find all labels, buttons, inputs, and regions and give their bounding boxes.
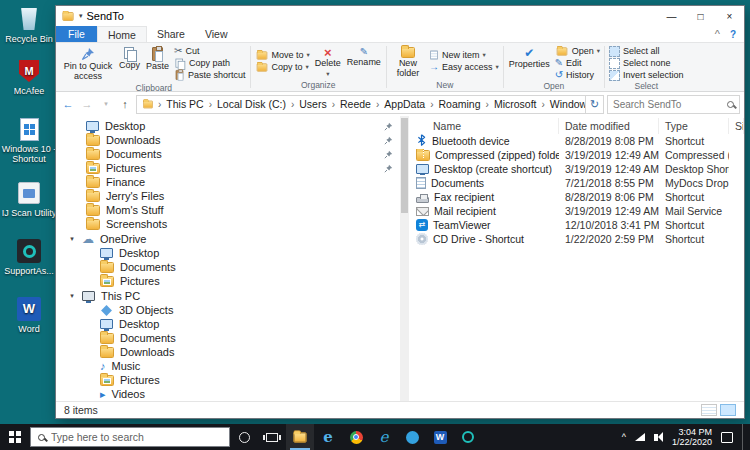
- nav-item-3d-objects[interactable]: 3D Objects: [56, 303, 400, 317]
- breadcrumb-item[interactable]: Microsoft: [492, 98, 539, 110]
- desktop-icon-mcafee[interactable]: M McAfee: [1, 58, 57, 96]
- column-header-size[interactable]: Size: [729, 118, 744, 134]
- breadcrumb-item[interactable]: Reede: [338, 98, 373, 110]
- start-button[interactable]: [0, 424, 30, 450]
- taskbar-search[interactable]: [30, 427, 230, 447]
- column-header-date-modified[interactable]: Date modified: [559, 118, 659, 134]
- file-row[interactable]: Compressed (zipped) folder 3/19/2019 12:…: [409, 148, 744, 162]
- recent-locations-icon[interactable]: ▾: [98, 95, 114, 113]
- properties-button[interactable]: ✔ Properties: [506, 45, 553, 72]
- help-icon[interactable]: ?: [730, 29, 736, 40]
- nav-item-jerrys-files[interactable]: Jerry's Files: [56, 189, 400, 203]
- breadcrumb-item[interactable]: AppData: [382, 98, 427, 110]
- maximize-button[interactable]: □: [686, 6, 715, 26]
- copy-path-button[interactable]: Copy path: [172, 57, 248, 69]
- nav-item-finance[interactable]: Finance: [56, 175, 400, 189]
- back-button[interactable]: ←: [60, 95, 76, 113]
- up-button[interactable]: ↑: [117, 95, 133, 113]
- action-center-icon[interactable]: [721, 432, 733, 443]
- taskbar-clock[interactable]: 3:04 PM 1/22/2020: [672, 427, 712, 448]
- taskbar-app-button[interactable]: [398, 424, 426, 450]
- history-button[interactable]: ↺History: [553, 69, 602, 81]
- details-view-toggle-icon[interactable]: [701, 404, 717, 416]
- breadcrumb-separator[interactable]: ›: [429, 99, 434, 110]
- nav-section-this-pc[interactable]: ▾This PC: [56, 289, 400, 303]
- breadcrumb-separator[interactable]: ›: [331, 99, 336, 110]
- select-none-button[interactable]: Select none: [607, 57, 686, 69]
- select-all-button[interactable]: Select all: [607, 45, 686, 57]
- nav-item-desktop[interactable]: Desktop: [56, 119, 400, 133]
- thumbnails-view-toggle-icon[interactable]: [720, 404, 736, 416]
- new-folder-button[interactable]: New folder: [389, 45, 427, 80]
- nav-item-onedrive-desktop[interactable]: Desktop: [56, 246, 400, 260]
- taskbar-word-button[interactable]: W: [426, 424, 454, 450]
- file-row[interactable]: ⇄TeamViewer 12/10/2018 3:41 PM Shortcut: [409, 218, 744, 232]
- explorer-search-box[interactable]: [607, 95, 740, 114]
- nav-item-pictures[interactable]: Pictures: [56, 161, 400, 175]
- new-item-button[interactable]: New item▾: [427, 49, 501, 61]
- file-row[interactable]: Fax recipient 8/28/2019 8:06 PM Shortcut: [409, 190, 744, 204]
- nav-item-pc-videos[interactable]: ▸Videos: [56, 387, 400, 401]
- forward-button[interactable]: →: [79, 95, 95, 113]
- nav-item-pc-music[interactable]: ♪Music: [56, 359, 400, 373]
- title-bar[interactable]: ▾ SendTo — □ ×: [56, 6, 744, 26]
- paste-shortcut-button[interactable]: Paste shortcut: [172, 69, 248, 81]
- taskbar-cortana-button[interactable]: [230, 424, 258, 450]
- nav-item-pc-downloads[interactable]: Downloads: [56, 345, 400, 359]
- nav-item-documents[interactable]: Documents: [56, 147, 400, 161]
- refresh-icon[interactable]: ↻: [586, 95, 604, 114]
- chevron-expanded-icon[interactable]: ▾: [68, 292, 76, 300]
- nav-item-onedrive-pictures[interactable]: Pictures: [56, 274, 400, 288]
- desktop-icon-supportassist[interactable]: SupportAs...: [1, 238, 57, 276]
- breadcrumb-item[interactable]: This PC: [164, 98, 205, 110]
- cut-button[interactable]: ✂Cut: [172, 45, 248, 57]
- tray-expand-icon[interactable]: ^: [622, 432, 626, 442]
- taskbar-task-view-button[interactable]: [258, 424, 286, 450]
- minimize-button[interactable]: —: [657, 6, 686, 26]
- scrollbar-thumb[interactable]: [401, 118, 408, 213]
- column-header-type[interactable]: Type: [659, 118, 729, 134]
- file-row[interactable]: Mail recipient 3/19/2019 12:49 AM Mail S…: [409, 204, 744, 218]
- taskbar-supportassist-button[interactable]: [454, 424, 482, 450]
- volume-icon[interactable]: [654, 434, 658, 441]
- desktop-icon-windows10-shortcut[interactable]: Windows 10 - Shortcut: [1, 116, 57, 164]
- nav-item-pc-desktop[interactable]: Desktop: [56, 317, 400, 331]
- tab-share[interactable]: Share: [147, 26, 195, 42]
- breadcrumb-separator[interactable]: ›: [375, 99, 380, 110]
- breadcrumb-item[interactable]: Users: [297, 98, 328, 110]
- pin-to-quick-access-button[interactable]: Pin to Quick access: [60, 45, 116, 83]
- explorer-search-input[interactable]: [613, 99, 723, 110]
- tab-home[interactable]: Home: [97, 26, 147, 42]
- copy-button[interactable]: Copy: [116, 45, 143, 73]
- nav-section-onedrive[interactable]: ▾☁OneDrive: [56, 232, 400, 246]
- show-desktop-button[interactable]: [742, 424, 747, 450]
- invert-selection-button[interactable]: Invert selection: [607, 69, 686, 81]
- delete-button[interactable]: × Delete ▾: [312, 45, 344, 80]
- breadcrumb-item[interactable]: Windows: [548, 98, 586, 110]
- nav-item-onedrive-documents[interactable]: Documents: [56, 260, 400, 274]
- taskbar-search-input[interactable]: [51, 431, 222, 443]
- breadcrumb-item[interactable]: Roaming: [437, 98, 483, 110]
- breadcrumb-separator[interactable]: ›: [208, 99, 213, 110]
- breadcrumb-separator[interactable]: ›: [485, 99, 490, 110]
- file-row[interactable]: CD Drive - Shortcut 1/22/2020 2:59 PM Sh…: [409, 232, 744, 246]
- taskbar-internet-explorer-button[interactable]: e: [370, 424, 398, 450]
- move-to-button[interactable]: Move to▾: [253, 49, 312, 61]
- desktop-icon-recycle-bin[interactable]: Recycle Bin: [1, 6, 57, 44]
- close-button[interactable]: ×: [715, 6, 744, 26]
- network-icon[interactable]: [635, 433, 645, 441]
- tab-file[interactable]: File: [56, 26, 97, 42]
- taskbar-file-explorer-button[interactable]: [286, 424, 314, 450]
- nav-item-pc-pictures[interactable]: Pictures: [56, 373, 400, 387]
- taskbar-edge-button[interactable]: e: [314, 424, 342, 450]
- desktop-icon-scan-utility[interactable]: IJ Scan Utility: [1, 180, 57, 218]
- nav-item-downloads[interactable]: Downloads: [56, 133, 400, 147]
- tab-view[interactable]: View: [195, 26, 238, 42]
- paste-button[interactable]: Paste: [143, 45, 172, 74]
- breadcrumb-item[interactable]: Local Disk (C:): [215, 98, 288, 110]
- quick-access-toolbar-dropdown-icon[interactable]: ▾: [79, 12, 83, 20]
- nav-item-screenshots[interactable]: Screenshots: [56, 217, 400, 231]
- nav-item-pc-documents[interactable]: Documents: [56, 331, 400, 345]
- easy-access-button[interactable]: →Easy access▾: [427, 61, 501, 73]
- open-button[interactable]: Open▾: [553, 45, 602, 57]
